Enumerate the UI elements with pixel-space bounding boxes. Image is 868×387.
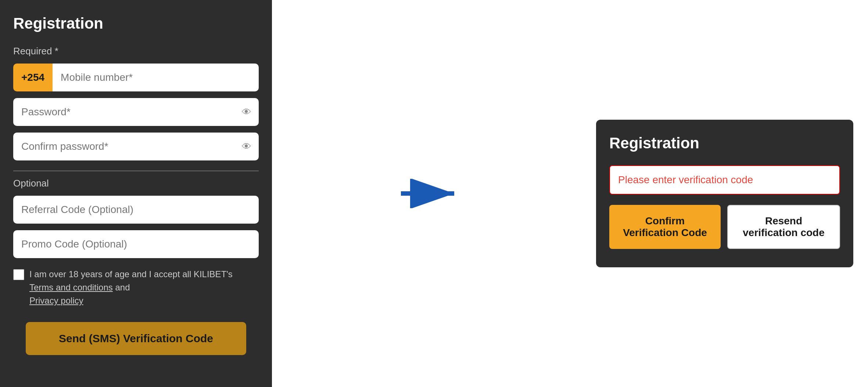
password-input[interactable]: [13, 98, 259, 126]
left-registration-panel: Registration Required * +254 👁 👁 Optiona…: [0, 0, 272, 387]
terms-checkbox[interactable]: [13, 269, 24, 280]
confirm-password-eye-icon[interactable]: 👁: [242, 141, 251, 152]
confirm-password-field-wrapper: 👁: [13, 133, 259, 160]
password-field-wrapper: 👁: [13, 98, 259, 126]
verification-code-input[interactable]: [609, 165, 840, 195]
optional-divider: [13, 171, 259, 171]
privacy-link[interactable]: Privacy policy: [29, 296, 83, 305]
verification-card: Registration Confirm Verification Code R…: [596, 120, 853, 267]
terms-link[interactable]: Terms and conditions: [29, 282, 113, 292]
phone-row: +254: [13, 64, 259, 91]
required-label: Required *: [13, 46, 259, 57]
right-panel-title: Registration: [609, 134, 840, 152]
terms-checkbox-row: I am over 18 years of age and I accept a…: [13, 268, 259, 307]
resend-verification-button[interactable]: Resend verification code: [727, 205, 840, 249]
password-eye-icon[interactable]: 👁: [242, 106, 251, 118]
terms-text: I am over 18 years of age and I accept a…: [29, 268, 259, 307]
mobile-number-input[interactable]: [53, 64, 259, 91]
promo-code-input[interactable]: [13, 230, 259, 258]
referral-code-input[interactable]: [13, 196, 259, 224]
right-arrow-icon: [401, 179, 460, 208]
country-code-button[interactable]: +254: [13, 64, 53, 91]
verify-buttons-row: Confirm Verification Code Resend verific…: [609, 205, 840, 249]
send-sms-button[interactable]: Send (SMS) Verification Code: [26, 322, 246, 355]
confirm-password-input[interactable]: [13, 133, 259, 160]
left-panel-title: Registration: [13, 15, 259, 32]
middle-area: [272, 0, 589, 387]
confirm-verification-button[interactable]: Confirm Verification Code: [609, 205, 721, 249]
arrow-container: [401, 179, 460, 208]
right-panel: Registration Confirm Verification Code R…: [589, 0, 868, 387]
optional-label: Optional: [13, 178, 259, 189]
